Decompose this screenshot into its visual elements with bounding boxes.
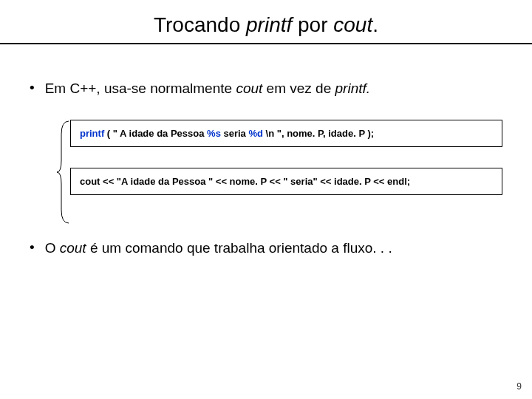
bullet-2-text: O cout é um comando que trabalha orienta…: [45, 239, 392, 257]
code2-kw2: endl: [387, 176, 407, 187]
code1-t3: \n ", nome. P, idade. P );: [263, 128, 374, 139]
code2-t1: << "A idade da Pessoa " << nome. P << " …: [100, 176, 387, 187]
brace-icon: [55, 120, 70, 225]
code1-t2: seria: [221, 128, 249, 139]
code1-fmt1: %s: [207, 128, 221, 139]
code2-t2: ;: [407, 176, 410, 187]
title-text-3: .: [372, 13, 378, 36]
title-italic-1: printf: [246, 13, 292, 36]
bullet-1-it1: cout: [236, 81, 262, 96]
code1-t1: ( " A idade da Pessoa: [104, 128, 207, 139]
title-italic-2: cout: [333, 13, 372, 36]
bullet-2-p1: O: [45, 240, 60, 256]
code-printf: printf ( " A idade da Pessoa %s seria %d…: [70, 120, 502, 147]
slide-body: • Em C++, usa-se normalmente cout em vez…: [0, 44, 532, 257]
code1-fmt2: %d: [248, 128, 263, 139]
code-group: printf ( " A idade da Pessoa %s seria %d…: [70, 120, 502, 195]
bullet-1: • Em C++, usa-se normalmente cout em vez…: [30, 80, 502, 98]
bullet-1-p2: em vez de: [262, 81, 335, 96]
title-text-2: por: [292, 13, 333, 36]
slide-title: Trocando printf por cout.: [0, 0, 532, 43]
bullet-dot: •: [30, 80, 35, 97]
bullet-1-text: Em C++, usa-se normalmente cout em vez d…: [45, 80, 370, 98]
bullet-2: • O cout é um comando que trabalha orien…: [30, 239, 502, 257]
title-text-1: Trocando: [154, 13, 246, 36]
bullet-2-p2: é um comando que trabalha orientado a fl…: [86, 240, 392, 256]
page-number: 9: [516, 381, 522, 392]
code2-kw: cout: [80, 176, 100, 187]
bullet-2-it1: cout: [60, 240, 86, 256]
code-cout: cout << "A idade da Pessoa " << nome. P …: [70, 168, 502, 195]
bullet-1-p1: Em C++, usa-se normalmente: [45, 81, 236, 96]
code1-kw: printf: [80, 128, 104, 139]
bullet-dot: •: [30, 239, 35, 256]
bullet-1-it2: printf.: [335, 81, 371, 96]
